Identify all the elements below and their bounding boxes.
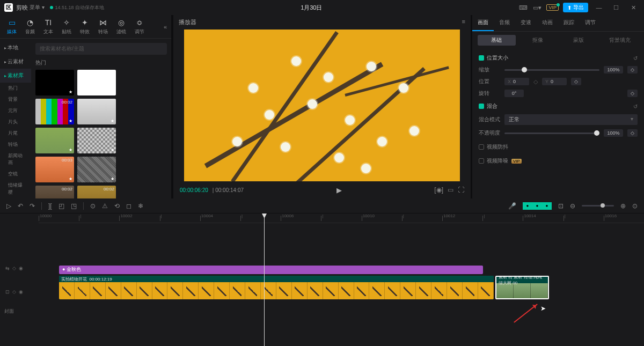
zoom-fit-icon[interactable]: ⊙ [632,202,638,210]
stabilize-toggle[interactable]: 视频防抖 [479,143,638,151]
media-thumbnail[interactable]: 00:02★ [77,186,116,198]
subtab-basic[interactable]: 基础 [478,35,516,46]
nav-sub[interactable]: 热门 [0,83,31,94]
keyframe-icon[interactable]: ◇ [627,66,638,73]
media-thumbnail[interactable]: 00:02★ [35,186,74,198]
tab-effect[interactable]: ✦特效 [77,18,92,35]
layout-icon[interactable]: ▭▾ [532,3,542,12]
zoom-out-icon[interactable]: ⊖ [570,202,575,210]
ratio-icon[interactable]: ▭ [448,186,453,194]
keyframe-icon[interactable]: ◇ [627,90,638,97]
eye-icon[interactable]: ◉ [19,289,23,295]
video-clip-1[interactable]: 实拍植物开花 00:00:12:19 [59,276,494,299]
inspector-tab-audio[interactable]: 音频 [494,15,515,31]
media-thumbnail[interactable]: ★ [77,99,116,124]
preview-icon[interactable]: ⊙ [90,202,96,210]
playhead[interactable] [264,214,265,346]
media-thumbnail[interactable]: ★ [77,128,116,153]
tab-audio[interactable]: ◔音频 [23,18,38,35]
main-menu[interactable]: 菜单 ▾ [28,4,45,11]
media-thumbnail[interactable]: ★ [35,70,74,95]
nav-sub[interactable]: 片尾 [0,128,31,139]
media-thumbnail[interactable]: ★ [35,128,74,153]
eye-icon[interactable]: ◉ [19,266,23,271]
tab-filter[interactable]: ◎滤镜 [114,18,129,35]
inspector-tab-speed[interactable]: 变速 [515,15,537,31]
checkbox-icon[interactable] [479,104,484,109]
video-clip-2-selected[interactable]: 素材 转 素材 转场 纯纯绿大树 00 [495,276,549,299]
media-thumbnail[interactable]: 00:03★ [35,157,74,182]
zoom-in-icon[interactable]: ⊕ [620,202,626,210]
subtab-bgfill[interactable]: 背景填充 [601,35,639,46]
keyframe-icon[interactable]: ◇ [571,78,581,85]
pos-y-input[interactable]: Y0 [542,78,567,85]
inspector-tab-picture[interactable]: 画面 [472,15,494,31]
play-button[interactable]: ▶ [248,186,430,194]
split-icon[interactable]: ]​[ [48,202,52,210]
compare-icon[interactable]: [◉] [434,186,443,194]
tab-adjust[interactable]: ≎调节 [132,18,147,35]
scale-slider[interactable] [504,69,599,71]
shortcuts-icon[interactable]: ⌨ [518,3,528,12]
rotate-value[interactable]: 0° [504,90,524,97]
vip-badge[interactable]: VIP [546,4,559,11]
reverse-icon[interactable]: ⟲ [114,202,120,210]
media-thumbnail[interactable]: ★ [77,70,116,95]
cover-label[interactable]: 封面 [0,299,39,323]
snap-toggle[interactable]: ●●● [523,202,552,210]
crop-icon[interactable]: ◻ [126,202,131,210]
freeze-icon[interactable]: ❄ [138,202,143,210]
undo-icon[interactable]: ↶ [18,202,23,210]
preview-menu-icon[interactable]: ≡ [462,18,465,26]
video-track[interactable]: 实拍植物开花 00:00:12:19 素材 转 素材 转场 纯纯绿大树 00 [59,276,569,299]
hide-icon[interactable]: ◇ [12,266,16,271]
inspector-tab-adjust[interactable]: 调节 [580,15,601,31]
denoise-toggle[interactable]: 视频降噪VIP [479,157,638,165]
mic-icon[interactable]: 🎤 [508,202,516,210]
inspector-tab-tracking[interactable]: 跟踪 [558,15,580,31]
nav-sub[interactable]: 元宵 [0,105,31,116]
tab-transition[interactable]: ⋈转场 [96,18,111,35]
record-icon[interactable]: ⚠ [102,202,108,210]
nav-cloud[interactable]: 云素材 [0,55,31,69]
reset-icon[interactable]: ↺ [633,55,638,61]
scale-value[interactable]: 100% [604,66,623,73]
nav-sub[interactable]: 情绪爆梗 [0,180,31,198]
media-search-input[interactable]: 搜索素材名称/主题 [35,43,167,55]
fullscreen-icon[interactable]: ⛶ [458,186,464,194]
subtab-cutout[interactable]: 抠像 [519,35,557,46]
collapse-icon[interactable]: « [164,24,167,30]
inspector-tab-animation[interactable]: 动画 [537,15,558,31]
delete-left-icon[interactable]: ◰ [58,202,64,210]
nav-sub[interactable]: 空镜 [0,168,31,180]
timeline-tracks[interactable]: 10000|10002|10004|10006|10010|10012|1001… [39,214,644,346]
maximize-button[interactable]: ☐ [610,4,623,11]
nav-sub[interactable]: 转场 [0,139,31,150]
zoom-slider[interactable] [582,205,614,207]
opacity-slider[interactable] [504,132,599,134]
nav-sub[interactable]: 背景 [0,94,31,105]
keyframe-icon[interactable]: ◇ [627,129,638,137]
tab-sticker[interactable]: ✧贴纸 [59,18,74,35]
opacity-value[interactable]: 100% [604,129,623,137]
nav-sub[interactable]: 新闻动画 [0,150,31,168]
media-thumbnail[interactable]: 00:02★ [35,99,74,124]
export-button[interactable]: ⬆ 导出 [563,3,588,12]
close-button[interactable]: ✕ [627,4,640,11]
nav-local[interactable]: 本地 [0,41,31,55]
minimize-button[interactable]: — [592,4,605,11]
hide-icon[interactable]: ◇ [12,289,16,295]
lock-icon[interactable]: ⇆ [5,266,10,271]
nav-sub[interactable]: 片头 [0,116,31,128]
subtab-mask[interactable]: 蒙版 [560,35,598,46]
pos-x-input[interactable]: X0 [504,78,529,85]
tab-media[interactable]: ▭媒体 [4,18,19,35]
media-thumbnail[interactable]: ★ [77,157,116,182]
nav-library[interactable]: 素材库 [0,69,31,83]
preview-track-icon[interactable]: ⊡ [558,202,564,210]
preview-viewport[interactable] [184,30,460,181]
delete-right-icon[interactable]: ◳ [71,202,77,210]
time-ruler[interactable]: 10000|10002|10004|10006|10010|10012|1001… [39,214,644,223]
reset-icon[interactable]: ↺ [633,104,638,109]
pointer-tool-icon[interactable]: ▷ [6,202,11,210]
